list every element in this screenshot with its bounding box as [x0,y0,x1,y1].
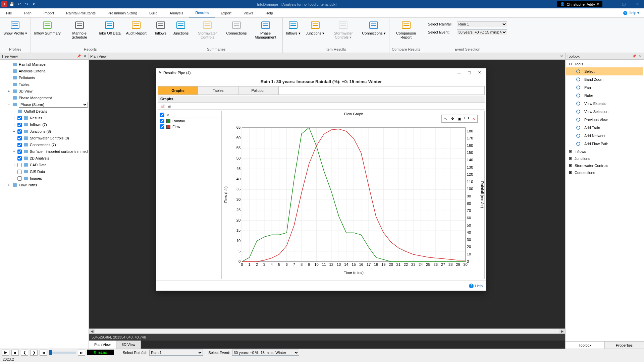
undo-icon[interactable]: ↶ [16,1,22,7]
phase-dropdown[interactable]: Phase (Storm) [19,102,88,108]
legend-item[interactable]: Rainfall [159,118,221,124]
legend-item[interactable]: Flow [159,124,221,129]
chart-options-icon[interactable]: 📊 [160,104,165,108]
tool-ruler[interactable]: Ruler [566,92,643,100]
select-event-dropdown[interactable]: 30 years: +0 %: 15 mins: Winter [457,29,507,35]
ribbon-inflow-summary[interactable]: Inflow Summary [33,19,62,36]
tree-item[interactable]: Tables [1,81,88,88]
tool-select[interactable]: Select [566,67,643,75]
select-rainfall-dropdown[interactable]: Rain 1 [149,350,203,356]
tool-add-train[interactable]: Add Train [566,124,643,132]
ribbon-manhole-schedule[interactable]: Manhole Schedule [65,19,94,40]
tree-item[interactable]: Images [1,175,88,182]
pin-icon[interactable]: 📌 [632,54,637,59]
menu-plan[interactable]: Plan [18,8,38,17]
pin-icon[interactable]: 📌 [76,54,81,59]
plan-canvas[interactable]: ✎ Results: Pipe (4) — ▢ ✕ Rain 1: 30 yea… [89,60,565,349]
menu-import[interactable]: Import [38,8,60,17]
ribbon-connections--[interactable]: Connections ▾ [361,19,387,36]
close-icon[interactable]: ✕ [638,54,643,59]
user-menu[interactable]: 👤 Christopher Addy ▾ [557,1,602,7]
tool-group-connections[interactable]: ⊞Connections [566,169,643,176]
legend-check[interactable] [160,119,164,123]
tree-checkbox[interactable] [17,176,22,181]
expand-icon[interactable]: + [12,129,16,133]
tree-item[interactable]: Stormwater Controls (0) [1,135,88,141]
skip-start-button[interactable]: ⏮ [40,350,47,356]
redo-icon[interactable]: ↷ [23,1,30,7]
menu-help[interactable]: Help [259,8,279,17]
ribbon-inflows[interactable]: Inflows [152,19,169,36]
scroll-right-icon[interactable]: ▶ [559,329,565,334]
menu-analysis[interactable]: Analysis [164,8,190,17]
close-button[interactable]: ✕ [475,69,484,76]
tree-checkbox[interactable] [17,170,22,174]
qat-dropdown-icon[interactable]: ▾ [31,1,37,7]
legend-master-check[interactable] [160,113,164,117]
tree-item[interactable]: GIS Data [1,168,88,175]
save-icon[interactable]: 💾 [9,1,15,7]
tool-group-stormwater-controls[interactable]: ⊞Stormwater Controls [566,162,643,169]
scroll-left-icon[interactable]: ◀ [89,329,95,334]
ribbon-junctions[interactable]: Junctions [172,19,190,36]
tree-checkbox[interactable] [17,143,22,147]
tree-item[interactable]: Phase Management [1,95,88,101]
tree-checkbox[interactable] [17,156,22,161]
expand-icon[interactable]: + [7,89,11,93]
tree-item[interactable]: +CAD Data [1,162,88,168]
tool-band-zoom[interactable]: Band Zoom [566,75,643,83]
menu-build[interactable]: Build [143,8,163,17]
ribbon-show-profile--[interactable]: Show Profile ▾ [2,19,29,36]
tool-group-junctions[interactable]: ⊞Junctions [566,155,643,162]
tool-pan[interactable]: Pan [566,83,643,92]
ribbon-phase-management[interactable]: Phase Management [251,19,280,40]
tree-item[interactable]: Rainfall Manager [1,61,88,68]
ribbon-audit-report[interactable]: Audit Report [125,19,148,36]
tree-checkbox[interactable] [17,116,22,120]
legend-close-icon[interactable]: ✕ [166,113,170,117]
ribbon-inflows--[interactable]: Inflows ▾ [285,19,302,36]
plan-scrollbar[interactable]: ◀ ▶ [89,328,565,334]
results-title-bar[interactable]: ✎ Results: Pipe (4) — ▢ ✕ [156,68,486,77]
tree-item[interactable]: Pollutants [1,74,88,81]
tools-group-header[interactable]: ⊟Tools [566,60,643,67]
results-tab-tables[interactable]: Tables [198,86,238,95]
help-menu[interactable]: ?Help ▾ [619,8,644,17]
tree-item[interactable]: +3D View [1,88,88,95]
results-tab-pollution[interactable]: Pollution [238,86,279,95]
tree-item[interactable]: 2D Analysis [1,155,88,162]
tool-view-selection[interactable]: View Selection [566,108,643,116]
stop-button[interactable]: ■ [11,350,19,356]
minimize-button[interactable]: — [454,69,464,76]
view-tab[interactable]: 3D View [116,341,141,349]
menu-results[interactable]: Results [189,8,215,17]
tool-add-flow-path[interactable]: Add Flow Path [566,140,643,148]
step-fwd-button[interactable]: ❯ [30,350,38,356]
results-tab-graphs[interactable]: Graphs [158,86,198,95]
expand-icon[interactable]: + [12,123,16,127]
tree-checkbox[interactable] [17,129,22,134]
maximize-button[interactable]: ▢ [465,69,474,76]
tree-item[interactable]: +Inflows (7) [1,121,88,128]
toolbox-tab-toolbox[interactable]: Toolbox [566,342,605,349]
close-icon[interactable]: ✕ [83,54,87,59]
toolbox-tab-properties[interactable]: Properties [605,342,644,349]
menu-export[interactable]: Export [215,8,237,17]
view-tab[interactable]: Plan View [89,341,116,349]
tool-view-extents[interactable]: View Extents [566,100,643,108]
tree-item[interactable]: +Junctions (8) [1,128,88,135]
tree-checkbox[interactable] [17,149,22,154]
ribbon-connections[interactable]: Connections [225,19,248,36]
ribbon-take-off-data[interactable]: Take Off Data [97,19,122,36]
menu-views[interactable]: Views [237,8,259,17]
tree-item[interactable]: Analysis Criteria [1,68,88,74]
tree-item[interactable]: +Results [1,115,88,121]
tool-group-inflows[interactable]: ⊞Inflows [566,148,643,155]
menu-rainfallpollutants[interactable]: Rainfall/Pollutants [60,8,102,17]
play-button[interactable]: ▶ [2,350,9,356]
expand-icon[interactable]: − [7,103,11,107]
expand-icon[interactable]: + [12,116,16,120]
select-rainfall-dropdown[interactable]: Rain 1 [457,21,507,27]
minimize-button[interactable]: — [604,0,617,8]
close-button[interactable]: ✕ [631,0,644,8]
